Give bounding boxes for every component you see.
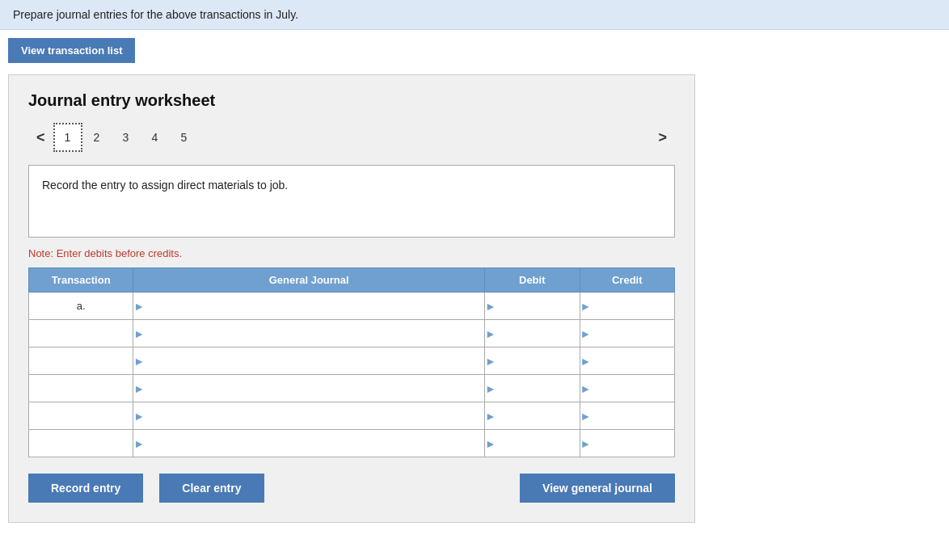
credit-cell-3[interactable]: ► — [580, 347, 675, 375]
general-journal-cell-5[interactable]: ► — [133, 402, 485, 430]
transaction-cell-1: a. — [29, 293, 133, 320]
debit-cell-3[interactable]: ► — [485, 347, 580, 375]
button-row: Record entry Clear entry View general jo… — [28, 474, 675, 503]
general-journal-input-5[interactable] — [146, 406, 484, 425]
credit-cell-6[interactable]: ► — [580, 430, 675, 457]
general-journal-input-4[interactable] — [146, 379, 484, 398]
general-journal-cell-6[interactable]: ► — [133, 430, 485, 457]
journal-table: Transaction General Journal Debit Credit… — [28, 267, 675, 457]
instruction-text: Record the entry to assign direct materi… — [42, 179, 288, 192]
credit-input-5[interactable] — [593, 406, 674, 425]
record-entry-button[interactable]: Record entry — [28, 474, 143, 503]
cell-arrow-icon: ► — [133, 327, 145, 340]
cell-arrow-icon: ► — [485, 355, 496, 368]
transaction-cell-2 — [29, 320, 133, 347]
cell-arrow-icon: ► — [580, 355, 592, 368]
cell-arrow-icon: ► — [133, 410, 145, 423]
debit-cell-6[interactable]: ► — [485, 430, 580, 457]
debit-input-4[interactable] — [498, 379, 580, 398]
debit-input-2[interactable] — [498, 324, 580, 343]
credit-input-4[interactable] — [593, 379, 674, 398]
cell-arrow-icon: ► — [580, 382, 592, 395]
tab-4[interactable]: 4 — [141, 123, 170, 152]
cell-arrow-icon: ► — [485, 327, 496, 340]
credit-input-1[interactable] — [593, 297, 674, 315]
transaction-cell-5 — [29, 402, 133, 430]
cell-arrow-icon: ► — [485, 300, 496, 313]
header-transaction: Transaction — [29, 268, 133, 293]
general-journal-cell-4[interactable]: ► — [133, 375, 485, 402]
general-journal-input-6[interactable] — [146, 434, 484, 453]
worksheet-title: Journal entry worksheet — [28, 91, 675, 110]
table-row: ► ► ► — [29, 402, 675, 430]
transaction-cell-4 — [29, 375, 133, 402]
credit-cell-1[interactable]: ► — [580, 293, 675, 320]
cell-arrow-icon: ► — [133, 355, 145, 368]
banner-text: Prepare journal entries for the above tr… — [13, 8, 298, 21]
tab-2[interactable]: 2 — [82, 123, 112, 152]
general-journal-input-2[interactable] — [146, 324, 484, 343]
credit-input-6[interactable] — [593, 434, 674, 453]
tab-5[interactable]: 5 — [170, 123, 199, 152]
cell-arrow-icon: ► — [133, 300, 145, 313]
debit-input-5[interactable] — [498, 406, 580, 425]
debit-input-3[interactable] — [498, 352, 580, 370]
header-general-journal: General Journal — [133, 268, 485, 293]
header-debit: Debit — [485, 268, 580, 293]
credit-input-3[interactable] — [593, 352, 674, 370]
table-row: ► ► ► — [29, 375, 675, 402]
table-row: ► ► ► — [29, 430, 675, 457]
debit-cell-2[interactable]: ► — [485, 320, 580, 347]
cell-arrow-icon: ► — [133, 382, 145, 395]
transaction-cell-3 — [29, 347, 133, 375]
view-general-journal-button[interactable]: View general journal — [520, 474, 675, 503]
cell-arrow-icon: ► — [580, 410, 592, 423]
note-text: Note: Enter debits before credits. — [28, 247, 675, 259]
debit-cell-1[interactable]: ► — [485, 293, 580, 320]
credit-cell-2[interactable]: ► — [580, 320, 675, 347]
credit-cell-4[interactable]: ► — [580, 375, 675, 402]
tab-1[interactable]: 1 — [53, 123, 82, 152]
cell-arrow-icon: ► — [485, 382, 496, 395]
tab-navigation: < 1 2 3 4 5 > — [28, 123, 675, 152]
instruction-box: Record the entry to assign direct materi… — [28, 165, 675, 238]
general-journal-input-3[interactable] — [146, 352, 484, 370]
nav-arrow-right[interactable]: > — [650, 126, 675, 149]
general-journal-cell-3[interactable]: ► — [133, 347, 485, 375]
credit-cell-5[interactable]: ► — [580, 402, 675, 430]
general-journal-cell-1[interactable]: ► — [133, 293, 485, 320]
cell-arrow-icon: ► — [580, 437, 592, 450]
tab-3[interactable]: 3 — [112, 123, 141, 152]
clear-entry-button[interactable]: Clear entry — [159, 474, 264, 503]
header-credit: Credit — [580, 268, 675, 293]
table-row: ► ► ► — [29, 347, 675, 375]
cell-arrow-icon: ► — [133, 437, 145, 450]
general-journal-input-1[interactable] — [146, 297, 484, 315]
credit-input-2[interactable] — [593, 324, 674, 343]
table-row: a. ► ► ► — [29, 293, 675, 320]
general-journal-cell-2[interactable]: ► — [133, 320, 485, 347]
top-banner: Prepare journal entries for the above tr… — [0, 0, 949, 30]
cell-arrow-icon: ► — [485, 437, 496, 450]
journal-entry-worksheet: Journal entry worksheet < 1 2 3 4 5 > Re… — [8, 74, 695, 523]
debit-cell-4[interactable]: ► — [485, 375, 580, 402]
nav-arrow-left[interactable]: < — [28, 126, 53, 149]
cell-arrow-icon: ► — [485, 410, 496, 423]
transaction-cell-6 — [29, 430, 133, 457]
debit-input-1[interactable] — [498, 297, 580, 315]
cell-arrow-icon: ► — [580, 327, 592, 340]
cell-arrow-icon: ► — [580, 300, 592, 313]
debit-input-6[interactable] — [498, 434, 580, 453]
table-row: ► ► ► — [29, 320, 675, 347]
view-transaction-list-button[interactable]: View transaction list — [8, 38, 135, 63]
debit-cell-5[interactable]: ► — [485, 402, 580, 430]
